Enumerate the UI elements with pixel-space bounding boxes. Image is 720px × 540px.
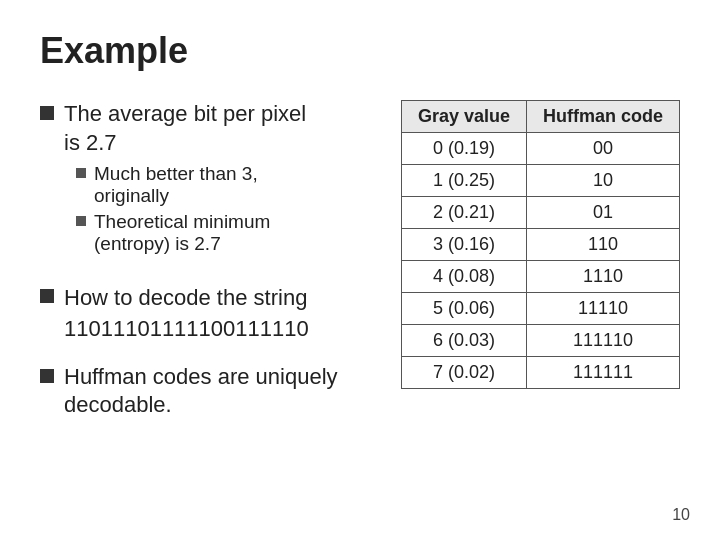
- left-panel: The average bit per pixel is 2.7 Much be…: [40, 100, 371, 420]
- sub-bullet-1-1-icon: [76, 168, 86, 178]
- bullet-1: The average bit per pixel is 2.7 Much be…: [40, 100, 371, 255]
- sub-bullets-1: Much better than 3, originally Theoretic…: [76, 163, 371, 255]
- table-cell-6-0: 6 (0.03): [401, 325, 526, 357]
- table-header-row: Gray value Huffman code: [401, 101, 679, 133]
- table-cell-5-1: 11110: [526, 293, 679, 325]
- sub-bullet-1-2: Theoretical minimum (entropy) is 2.7: [76, 211, 371, 255]
- sub-bullet-1-2-icon: [76, 216, 86, 226]
- slide-title: Example: [40, 30, 680, 72]
- sub-bullet-1-1: Much better than 3, originally: [76, 163, 371, 207]
- table-cell-7-0: 7 (0.02): [401, 357, 526, 389]
- bullet-2-text: How to decode the string 110111011111001…: [64, 283, 309, 345]
- bullet-3: Huffman codes are uniquely decodable.: [40, 363, 371, 420]
- sub-bullet-1-1-text: Much better than 3, originally: [94, 163, 258, 207]
- table-cell-3-1: 110: [526, 229, 679, 261]
- bullet-2: How to decode the string 110111011111001…: [40, 283, 371, 345]
- table-row: 1 (0.25)10: [401, 165, 679, 197]
- table-row: 3 (0.16)110: [401, 229, 679, 261]
- table-cell-4-0: 4 (0.08): [401, 261, 526, 293]
- table-row: 7 (0.02)111111: [401, 357, 679, 389]
- table-row: 4 (0.08)1110: [401, 261, 679, 293]
- table-cell-4-1: 1110: [526, 261, 679, 293]
- table-cell-0-0: 0 (0.19): [401, 133, 526, 165]
- table-row: 0 (0.19)00: [401, 133, 679, 165]
- bullet-3-icon: [40, 369, 54, 383]
- huffman-table: Gray value Huffman code 0 (0.19)001 (0.2…: [401, 100, 680, 389]
- table-row: 5 (0.06)11110: [401, 293, 679, 325]
- bullet-1-icon: [40, 106, 54, 120]
- table-cell-0-1: 00: [526, 133, 679, 165]
- table-row: 6 (0.03)111110: [401, 325, 679, 357]
- table-cell-7-1: 111111: [526, 357, 679, 389]
- table-cell-3-0: 3 (0.16): [401, 229, 526, 261]
- bullet-3-text: Huffman codes are uniquely decodable.: [64, 363, 371, 420]
- table-cell-2-0: 2 (0.21): [401, 197, 526, 229]
- huffman-table-panel: Gray value Huffman code 0 (0.19)001 (0.2…: [401, 100, 680, 389]
- bullet-2-icon: [40, 289, 54, 303]
- bullet-1-text: The average bit per pixel is 2.7: [64, 100, 306, 157]
- bullet-1-main: The average bit per pixel is 2.7: [40, 100, 371, 157]
- table-row: 2 (0.21)01: [401, 197, 679, 229]
- sub-bullet-1-2-text: Theoretical minimum (entropy) is 2.7: [94, 211, 270, 255]
- table-cell-1-1: 10: [526, 165, 679, 197]
- slide: Example The average bit per pixel is 2.7: [0, 0, 720, 540]
- page-number: 10: [672, 506, 690, 524]
- content-area: The average bit per pixel is 2.7 Much be…: [40, 100, 680, 420]
- table-cell-1-0: 1 (0.25): [401, 165, 526, 197]
- col-header-gray: Gray value: [401, 101, 526, 133]
- table-cell-2-1: 01: [526, 197, 679, 229]
- table-cell-6-1: 111110: [526, 325, 679, 357]
- col-header-huffman: Huffman code: [526, 101, 679, 133]
- table-cell-5-0: 5 (0.06): [401, 293, 526, 325]
